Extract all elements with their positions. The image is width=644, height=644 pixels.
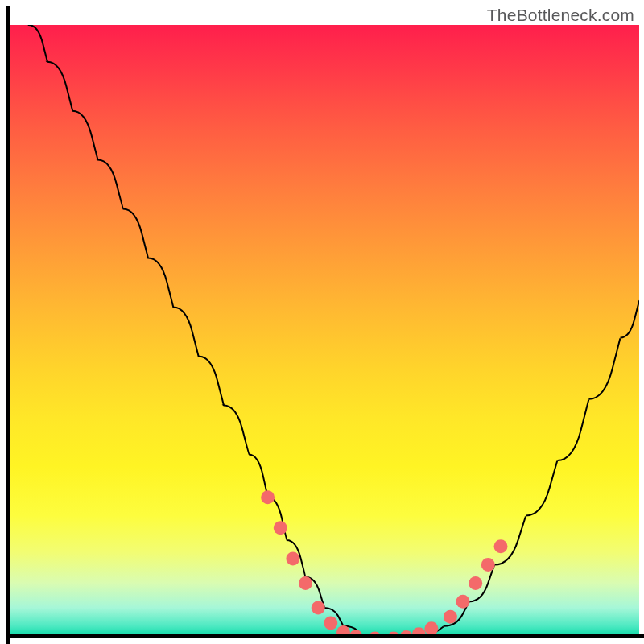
marker-point xyxy=(444,610,457,624)
chart-frame: TheBottleneck.com xyxy=(3,3,641,641)
marker-point xyxy=(312,601,325,614)
bottleneck-curve xyxy=(29,25,640,638)
marker-point xyxy=(299,576,312,590)
chart-svg xyxy=(10,25,639,638)
attribution-label: TheBottleneck.com xyxy=(487,6,634,25)
marker-point xyxy=(494,539,508,553)
marker-point xyxy=(456,595,470,609)
marker-point xyxy=(261,490,275,504)
marker-group xyxy=(261,490,507,638)
marker-point xyxy=(481,558,495,572)
marker-point xyxy=(469,576,482,590)
marker-point xyxy=(324,617,337,630)
marker-point xyxy=(286,551,299,565)
x-axis-line xyxy=(6,634,644,638)
y-axis-line xyxy=(6,6,10,644)
marker-point xyxy=(274,521,287,535)
